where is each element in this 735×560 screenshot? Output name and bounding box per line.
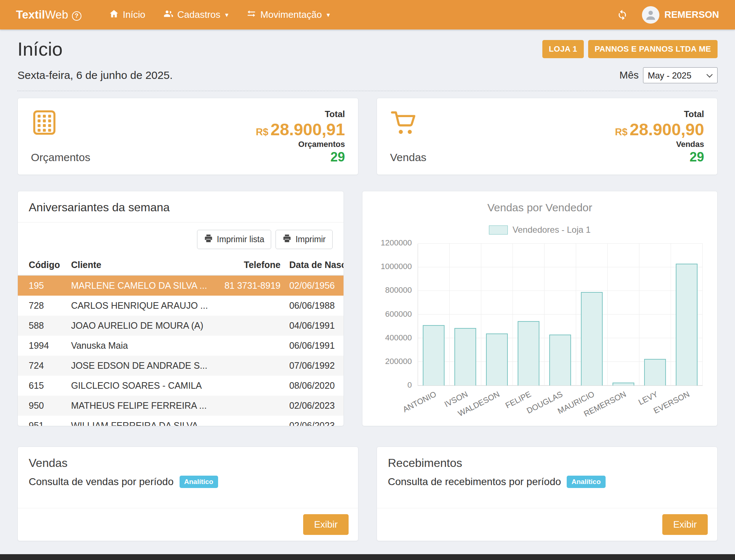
table-row[interactable]: 588JOAO AURELIO DE MOURA (A)04/06/1991 [18, 316, 344, 336]
card-title: Recebimentos [377, 447, 717, 473]
table-row[interactable]: 1994Vanuska Maia06/06/1991 [18, 336, 344, 356]
user-name: REMERSON [664, 9, 719, 20]
col-header-nascimento: Data de Nasc. [285, 255, 344, 275]
bar-waldeson [486, 333, 508, 385]
cell-client: JOSE EDSON DE ANDRADE S... [67, 356, 210, 376]
cell-code: 951 [18, 416, 67, 426]
users-icon [164, 9, 173, 21]
bar-felipe [518, 321, 539, 385]
caret-down-icon: ▾ [326, 11, 330, 19]
cell-birth: 02/06/2023 [285, 416, 344, 426]
printer-icon [282, 234, 292, 245]
cell-phone [210, 336, 285, 356]
bar-douglas [549, 335, 571, 385]
cell-phone [210, 316, 285, 336]
cell-client: MARLENE CAMELO DA SILVA ... [67, 275, 210, 296]
nav-item-inicio[interactable]: Início [103, 4, 152, 25]
table-row[interactable]: 950MATHEUS FELIPE FERREIRA ...02/06/2023 [18, 396, 344, 416]
cell-client: CARLOS HENRIQUE ARAUJO ... [67, 296, 210, 316]
table-row[interactable]: 615GILCLECIO SOARES - CAMILA08/06/2020 [18, 376, 344, 396]
calculator-icon [31, 109, 90, 137]
bar-ivson [454, 328, 476, 385]
orcamentos-card: Orçamentos Total R$28.900,91 Orçamentos … [17, 98, 358, 175]
y-tick-label: 1000000 [381, 262, 412, 271]
cell-code: 615 [18, 376, 67, 396]
dashed-divider [17, 91, 718, 91]
nav-item-label: Movimentação [260, 9, 322, 20]
page-content: Início LOJA 1 PANNOS E PANNOS LTDA ME Se… [0, 29, 735, 541]
bottom-bar [0, 554, 735, 560]
y-tick-label: 600000 [385, 309, 412, 319]
bar-chart: 020000040000060000080000010000001200000 … [377, 244, 703, 419]
col-header-codigo: Código [18, 255, 67, 275]
card-title: Vendas [18, 447, 358, 473]
birthdays-title: Aniversariantes da semana [18, 191, 344, 223]
cell-client: MATHEUS FELIPE FERREIRA ... [67, 396, 210, 416]
col-header-telefone: Telefone [210, 255, 285, 275]
vendas-report-card: Vendas Consulta de vendas por período An… [17, 447, 358, 541]
brand-logo[interactable]: TextilWeb ? [16, 8, 81, 21]
top-navbar: TextilWeb ? Início Cadastros ▾ Movimenta… [0, 0, 735, 29]
help-icon[interactable]: ? [72, 11, 81, 21]
exibir-vendas-button[interactable]: Exibir [303, 514, 349, 535]
print-button[interactable]: Imprimir [276, 230, 333, 249]
chart-plot-area [418, 244, 703, 386]
sales-chart-card: Vendas por Vendedor Vendedores - Loja 1 … [362, 191, 718, 426]
store-button[interactable]: LOJA 1 [542, 40, 584, 58]
cell-client: JOAO AURELIO DE MOURA (A) [67, 316, 210, 336]
cell-phone [210, 356, 285, 376]
table-header-row: Código Cliente Telefone Data de Nasc. [18, 255, 344, 275]
refresh-icon[interactable] [616, 9, 628, 21]
cell-phone [210, 296, 285, 316]
cell-client: GILCLECIO SOARES - CAMILA [67, 376, 210, 396]
bar-mauricio [581, 292, 603, 385]
cell-client: Vanuska Maia [67, 336, 210, 356]
cell-phone [210, 416, 285, 426]
bar-levy [644, 359, 666, 385]
month-select[interactable]: May - 2025 [643, 67, 718, 83]
total-label: Total [256, 109, 345, 119]
user-menu[interactable]: REMERSON [642, 6, 719, 24]
company-button[interactable]: PANNOS E PANNOS LTDA ME [588, 40, 718, 58]
stat-label: Vendas [390, 151, 426, 164]
stat-label: Orçamentos [31, 151, 90, 164]
y-tick-label: 400000 [385, 333, 412, 343]
x-tick-label: EVERSON [652, 389, 691, 416]
cell-phone [210, 396, 285, 416]
print-list-button[interactable]: Imprimir lista [197, 230, 271, 249]
cell-code: 588 [18, 316, 67, 336]
chart-legend[interactable]: Vendedores - Loja 1 [377, 225, 703, 235]
stat-amount: R$28.900,90 [615, 121, 704, 138]
card-description: Consulta de vendas por período [29, 476, 174, 488]
cell-birth: 06/06/1988 [285, 296, 344, 316]
col-header-cliente: Cliente [67, 255, 210, 275]
main-nav: Início Cadastros ▾ Movimentação ▾ [103, 4, 337, 25]
table-row[interactable]: 951WILLIAM FERREIRA DA SILVA02/06/2023 [18, 416, 344, 426]
cell-code: 728 [18, 296, 67, 316]
nav-item-movimentacao[interactable]: Movimentação ▾ [240, 4, 336, 25]
cart-icon [390, 109, 426, 137]
caret-down-icon: ▾ [225, 11, 228, 19]
nav-item-cadastros[interactable]: Cadastros ▾ [157, 4, 235, 25]
x-tick-label: LEVY [637, 389, 659, 407]
brand-text: TextilWeb [16, 8, 68, 21]
month-select-wrap: May - 2025 [643, 67, 718, 83]
cell-phone: 81 3731-8919 [210, 275, 285, 296]
cell-birth: 06/06/1991 [285, 336, 344, 356]
print-label: Imprimir [296, 235, 326, 244]
cell-birth: 07/06/1992 [285, 356, 344, 376]
exibir-recebimentos-button[interactable]: Exibir [662, 514, 708, 535]
y-tick-label: 800000 [385, 285, 412, 295]
nav-item-label: Cadastros [177, 9, 221, 20]
print-list-label: Imprimir lista [217, 235, 264, 244]
table-row[interactable]: 724JOSE EDSON DE ANDRADE S...07/06/1992 [18, 356, 344, 376]
cell-birth: 04/06/1991 [285, 316, 344, 336]
nav-right: REMERSON [616, 6, 719, 24]
table-row[interactable]: 728CARLOS HENRIQUE ARAUJO ...06/06/1988 [18, 296, 344, 316]
table-row[interactable]: 195MARLENE CAMELO DA SILVA ...81 3731-89… [18, 275, 344, 296]
cell-birth: 02/06/2023 [285, 396, 344, 416]
legend-swatch [489, 225, 508, 235]
cell-code: 724 [18, 356, 67, 376]
vendas-card: Vendas Total R$28.900,90 Vendas 29 [377, 98, 718, 175]
avatar [642, 6, 659, 24]
